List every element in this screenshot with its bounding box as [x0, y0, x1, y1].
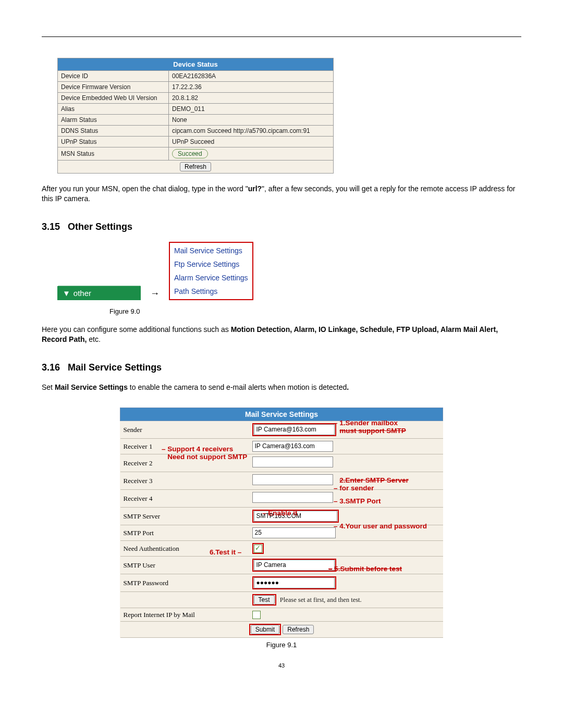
alarm-service-link[interactable]: Alarm Service Settings — [171, 271, 251, 285]
note-2: 2.Enter SMTP Server – for sender — [334, 476, 409, 492]
receiver3-input[interactable] — [252, 474, 333, 485]
refresh2-button[interactable]: Refresh — [283, 625, 314, 634]
other-settings-paragraph: Here you can configure some additional f… — [42, 325, 521, 344]
need-auth-checkbox[interactable] — [254, 545, 262, 553]
mail-service-link[interactable]: Mail Service Settings — [171, 244, 251, 257]
smtp-pass-label: SMTP Password — [120, 574, 249, 592]
other-tab[interactable]: ▼other — [57, 286, 141, 300]
receiver3-label: Receiver 3 — [120, 472, 249, 490]
status-title: Device Status — [58, 58, 334, 71]
smtp-user-label: SMTP User — [120, 557, 249, 574]
page-number: 43 — [42, 662, 521, 669]
ftp-service-link[interactable]: Ftp Service Settings — [171, 257, 251, 271]
note-6: 6.Test it – — [210, 548, 241, 556]
path-settings-link[interactable]: Path Settings — [171, 285, 251, 298]
test-hint: Please set at first, and then test. — [280, 596, 362, 603]
submit-button[interactable]: Submit — [251, 625, 279, 634]
triangle-down-icon: ▼ — [63, 289, 70, 298]
smtp-pass-input[interactable]: ●●●●●● — [254, 577, 335, 588]
service-settings-list: Mail Service Settings Ftp Service Settin… — [169, 242, 253, 300]
msn-succeed-badge: Succeed — [172, 149, 208, 158]
note-3: – 3.SMTP Port — [334, 497, 381, 505]
note-receivers: – Support 4 receivers Need not support S… — [162, 445, 247, 461]
figure-9-0: ▼other → Mail Service Settings Ftp Servi… — [57, 242, 521, 300]
receiver4-input[interactable] — [252, 492, 333, 503]
arrow-right-icon: → — [150, 288, 160, 300]
sender-label: Sender — [120, 421, 249, 439]
smtp-port-input[interactable]: 25 — [252, 527, 336, 538]
note-4: – 4.Your user and password — [334, 522, 427, 530]
msn-paragraph: After you run your MSN, open the chat di… — [42, 184, 521, 204]
sender-input[interactable]: IP Camera@163.com — [254, 424, 335, 435]
figure-9-1-caption: Figure 9.1 — [120, 641, 443, 649]
device-status-table: Device Status Device ID00EA2162836A Devi… — [57, 58, 334, 174]
receiver2-input[interactable] — [252, 456, 333, 467]
section-3-16-heading: 3.16 Mail Service Settings — [42, 362, 521, 373]
report-ip-checkbox[interactable] — [252, 611, 261, 619]
smtp-port-label: SMTP Port — [120, 525, 249, 541]
smtp-server-label: SMTP Server — [120, 508, 249, 525]
figure-9-0-caption: Figure 9.0 — [109, 307, 521, 315]
refresh-button[interactable]: Refresh — [180, 162, 211, 171]
note-1: – 1.Sender mailbox must support SMTP — [334, 419, 406, 435]
report-ip-label: Report Internet IP by Mail — [120, 608, 249, 622]
mail-settings-paragraph: Set Mail Service Settings to enable the … — [42, 382, 521, 392]
note-enable: – Enable it — [262, 509, 298, 517]
receiver4-label: Receiver 4 — [120, 490, 249, 508]
receiver1-input[interactable]: IP Camera@163.com — [252, 441, 333, 452]
mail-service-settings-panel: – 1.Sender mailbox must support SMTP – S… — [120, 408, 443, 649]
smtp-user-input[interactable]: IP Camera — [254, 560, 335, 571]
section-3-15-heading: 3.15 Other Settings — [42, 221, 521, 232]
test-button[interactable]: Test — [254, 595, 275, 604]
note-5: – 5.Submit before test — [328, 565, 402, 573]
